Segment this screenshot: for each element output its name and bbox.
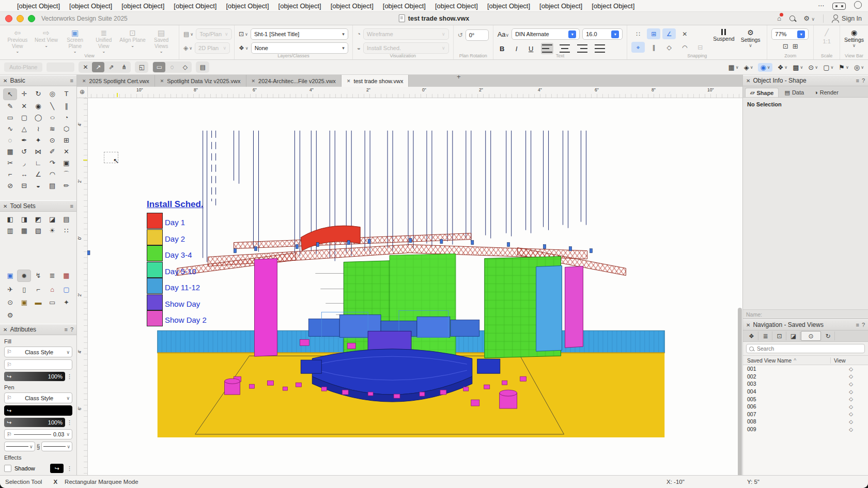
visibility-toggle-icon[interactable]: ◉∨	[758, 63, 772, 72]
keyboard-status-icon[interactable]	[832, 2, 846, 10]
shadow-menu-icon[interactable]: ⋮	[67, 465, 72, 472]
previous-view-button[interactable]: ⇦ Previous View ⌄	[4, 28, 31, 54]
truss-tool[interactable]: ▤	[59, 214, 73, 225]
nav-classes-icon[interactable]: ❖	[745, 332, 758, 340]
category-piping[interactable]: ⌐	[31, 284, 45, 295]
auto-plane-button[interactable]: Auto-Plane	[4, 62, 42, 72]
saved-view-row[interactable]: 007	[743, 411, 868, 418]
no-symbol-tool[interactable]: ⊘	[3, 180, 17, 191]
ruler-origin-icon[interactable]: ⊕	[77, 87, 88, 97]
align-right-button[interactable]	[576, 43, 588, 54]
localization-menu-icon[interactable]: ◎∨	[854, 64, 864, 71]
fill-opacity-slider[interactable]: ↪ 100%	[4, 372, 65, 381]
font-size-stepper[interactable]: ▾	[611, 30, 619, 38]
font-size-select[interactable]: 16.0▾	[582, 28, 623, 40]
align-plane-button[interactable]: ⊡ Align Plane ⌄	[119, 28, 146, 54]
object-info-tab[interactable]: ▤ Data	[780, 88, 809, 97]
active-layer-select[interactable]: Sht-1 [Sheet Title]▾	[251, 28, 348, 40]
saved-view-cube-icon[interactable]	[834, 427, 868, 432]
settings-gear-icon[interactable]: ⚙ ∨	[803, 14, 815, 22]
wand-tool[interactable]: ✦	[31, 135, 45, 146]
object-info-tab[interactable]: ◑ Render	[810, 88, 843, 97]
category-flashlight[interactable]: ✦	[59, 296, 73, 308]
hanging-position-tool[interactable]: ▥	[3, 225, 17, 236]
top-plan-select[interactable]: Top/Plan∨	[196, 28, 231, 40]
nudge-mode[interactable]: ◱	[135, 62, 148, 72]
rectangular-marquee-mode[interactable]: ▭	[153, 62, 165, 72]
saved-view-row[interactable]: 009	[743, 426, 868, 433]
category-truss[interactable]: ≣	[45, 270, 59, 281]
data-viz-select[interactable]: Install Sched.∨	[363, 42, 449, 54]
move-mode[interactable]: ↗	[92, 62, 104, 72]
duplicate-mode[interactable]: ⇗	[105, 62, 117, 72]
object-name-field[interactable]: Name:	[743, 309, 868, 319]
angle-dimension-tool[interactable]: ∠	[31, 169, 45, 180]
mirror-tool[interactable]: ⋈	[31, 146, 45, 157]
menu-item[interactable]: [object Object]	[169, 2, 221, 10]
column-saved-view-name[interactable]: Saved View Name^	[743, 357, 830, 364]
menu-item[interactable]: [object Object]	[378, 2, 430, 10]
interactive-scale-mode[interactable]: ⋔	[118, 62, 130, 72]
saved-view-cube-icon[interactable]	[834, 404, 868, 410]
shadow-color-swatch[interactable]: ↪	[50, 464, 64, 473]
category-electrical[interactable]: ↯	[31, 270, 45, 281]
menu-item[interactable]: [object Object]	[535, 2, 587, 10]
lighting-position-tool[interactable]: ◩	[31, 214, 45, 225]
next-view-button[interactable]: ⇨ Next View ⌄	[33, 28, 60, 54]
drawing-canvas[interactable]: 4'2'0'2'4'6'	[77, 98, 742, 475]
category-staging[interactable]: ▭	[45, 296, 59, 308]
extrude-tool[interactable]: ▣	[59, 158, 73, 168]
align-left-button[interactable]	[541, 43, 553, 54]
eyedropper-tool[interactable]: ✒	[17, 135, 31, 146]
control-center-icon[interactable]	[854, 1, 862, 10]
event-seating-tool[interactable]: ▧	[31, 225, 45, 236]
clip-tool[interactable]: ⊞	[59, 135, 73, 146]
font-stepper[interactable]: ▾	[568, 30, 576, 38]
snap-loupe-mode[interactable]: ▤	[196, 62, 209, 72]
category-crate[interactable]: ▣	[17, 296, 31, 308]
render-mode-select[interactable]: Wireframe∨	[363, 28, 449, 40]
align-justify-button[interactable]	[594, 43, 606, 54]
stacking-tool[interactable]: ◉	[31, 101, 45, 112]
view-bar-settings-button[interactable]: ◉ Settings ∨	[844, 28, 864, 48]
snap-toggle[interactable]: ⊞	[647, 28, 660, 39]
saved-view-row[interactable]: 003	[743, 380, 868, 388]
category-spotlight[interactable]: ✹	[17, 270, 31, 282]
saved-view-row[interactable]: 008	[743, 418, 868, 426]
fillet-tool[interactable]: ◞	[17, 158, 31, 168]
tape-measure-tool[interactable]: ⊟	[17, 180, 31, 191]
italic-button[interactable]: I	[512, 45, 521, 53]
video-screen-tool[interactable]: ▦	[17, 225, 31, 236]
search-input[interactable]	[756, 345, 862, 352]
plan-rotation-field[interactable]: 0°	[466, 29, 489, 41]
nav-sheet-layers-icon[interactable]: ⊡	[773, 332, 786, 340]
category-camera[interactable]: ⊙	[3, 296, 17, 308]
close-panel-icon[interactable]: ✕	[746, 78, 750, 84]
close-window-button[interactable]	[5, 15, 12, 22]
select-similar-tool[interactable]: ⊙	[45, 135, 59, 146]
trim-tool[interactable]: ✂	[3, 158, 17, 168]
smart-cursor-toggle[interactable]: ⌖	[631, 42, 645, 53]
double-line-tool[interactable]: ∥	[59, 101, 73, 112]
delete-tool[interactable]: ✕	[59, 146, 73, 157]
home-notifications-icon[interactable]: ⌂	[777, 14, 781, 22]
pen-opacity-menu-icon[interactable]: ⋮	[67, 419, 72, 426]
nav-saved-views-icon[interactable]: ⊙	[801, 331, 821, 341]
panel-menu-icon[interactable]: ≡	[856, 322, 859, 328]
selection-menu-icon[interactable]: ▢∨	[823, 64, 833, 71]
spiral-tool[interactable]: ◌	[3, 135, 17, 146]
panel-help-icon[interactable]: ?	[862, 77, 865, 84]
saved-view-row[interactable]: 002	[743, 373, 868, 381]
3d-view-icon[interactable]: ◈∨	[183, 44, 192, 52]
saved-view-cube-icon[interactable]	[834, 396, 868, 402]
object-info-header[interactable]: ✕ Object Info - Shape ≡ ?	[743, 75, 868, 86]
linear-dimension-tool[interactable]: ↔	[17, 169, 31, 180]
align-center-button[interactable]	[559, 43, 571, 54]
saved-view-row[interactable]: 006	[743, 403, 868, 411]
focus-point-tool[interactable]: ◪	[45, 214, 59, 225]
smart-cursor-toggle[interactable]: ⊟	[693, 42, 707, 53]
protractor-tool[interactable]: ◒	[31, 180, 45, 191]
radial-dimension-tool[interactable]: ◠	[45, 169, 59, 180]
nav-viewports-icon[interactable]: ◪	[787, 332, 800, 340]
zoom-tool[interactable]: ◎	[45, 88, 59, 99]
